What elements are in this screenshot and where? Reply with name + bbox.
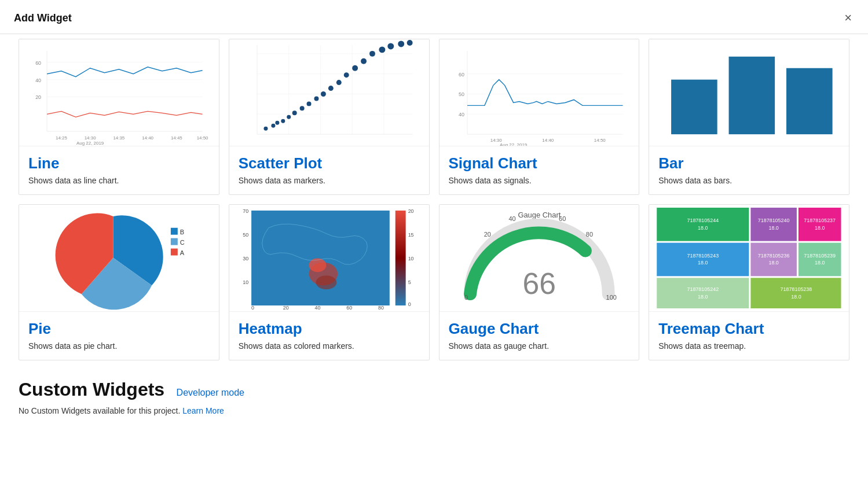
gauge-chart-preview: Gauge Chart 0 20 40 60 80 100 66 — [440, 205, 639, 311]
svg-text:14:35: 14:35 — [113, 135, 124, 141]
svg-text:70: 70 — [243, 208, 248, 214]
svg-text:80: 80 — [585, 231, 592, 238]
developer-mode-link[interactable]: Developer mode — [177, 388, 244, 397]
svg-rect-0 — [24, 39, 214, 146]
svg-text:14:40: 14:40 — [142, 135, 153, 141]
svg-text:20: 20 — [484, 231, 490, 238]
svg-rect-120 — [657, 278, 749, 309]
svg-text:66: 66 — [522, 267, 556, 300]
svg-text:20: 20 — [35, 94, 41, 100]
svg-rect-66 — [171, 228, 178, 235]
svg-text:71878105238: 71878105238 — [781, 286, 812, 292]
svg-text:50: 50 — [459, 91, 464, 97]
svg-point-35 — [306, 101, 311, 106]
widget-grid: 60 40 20 14:25 14:30 14:35 14:40 14:45 1… — [0, 34, 868, 365]
svg-text:40: 40 — [459, 112, 464, 117]
widget-card-pie[interactable]: B C A Pie Shows data as pie chart. — [19, 204, 219, 360]
widget-preview-gauge: Gauge Chart 0 20 40 60 80 100 66 — [440, 205, 639, 312]
widget-desc-pie: Shows data as pie chart. — [28, 341, 210, 351]
svg-text:10: 10 — [408, 256, 413, 262]
widget-name-line: Line — [28, 154, 210, 172]
svg-rect-63 — [729, 57, 775, 134]
widget-name-gauge: Gauge Chart — [449, 320, 630, 338]
widget-info-scatter: Scatter Plot Shows data as markers. — [229, 146, 429, 194]
svg-text:18.0: 18.0 — [815, 260, 825, 266]
svg-text:40: 40 — [508, 215, 515, 222]
svg-rect-68 — [171, 238, 178, 245]
svg-text:71878105240: 71878105240 — [758, 218, 790, 223]
svg-point-45 — [387, 43, 394, 49]
widget-info-gauge: Gauge Chart Shows data as gauge chart. — [440, 312, 639, 360]
svg-text:B: B — [180, 229, 184, 235]
widget-info-treemap: Treemap Chart Shows data as treemap. — [649, 312, 849, 360]
svg-point-32 — [287, 115, 291, 119]
svg-text:18.0: 18.0 — [698, 225, 708, 231]
widget-card-line[interactable]: 60 40 20 14:25 14:30 14:35 14:40 14:45 1… — [19, 39, 219, 195]
widget-preview-pie: B C A — [19, 205, 219, 312]
svg-point-44 — [379, 46, 385, 53]
widget-desc-scatter: Shows data as markers. — [239, 176, 420, 185]
scatter-chart-preview — [229, 39, 429, 146]
widget-card-bar[interactable]: Bar Shows data as bars. — [649, 39, 849, 195]
widget-desc-bar: Shows data as bars. — [658, 176, 840, 185]
svg-point-46 — [398, 40, 404, 47]
svg-text:18.0: 18.0 — [791, 294, 801, 300]
svg-text:20: 20 — [408, 208, 413, 214]
svg-text:15: 15 — [408, 232, 413, 238]
widget-info-line: Line Shows data as line chart. — [19, 146, 219, 194]
svg-rect-70 — [171, 249, 178, 256]
svg-text:18.0: 18.0 — [769, 225, 779, 231]
widget-preview-bar — [649, 39, 849, 146]
svg-text:30: 30 — [243, 256, 248, 262]
svg-point-40 — [343, 72, 349, 78]
svg-text:40: 40 — [314, 305, 320, 311]
svg-text:100: 100 — [606, 294, 616, 301]
svg-text:14:25: 14:25 — [56, 135, 67, 141]
svg-text:71878105243: 71878105243 — [687, 253, 719, 259]
close-button[interactable]: × — [842, 9, 854, 27]
svg-text:14:30: 14:30 — [85, 135, 96, 141]
treemap-preview: 71878105244 18.0 71878105240 18.0 718781… — [649, 205, 849, 311]
widget-preview-heatmap: 20 15 10 5 0 0 20 40 60 80 70 50 30 10 — [229, 205, 429, 312]
widget-desc-line: Shows data as line chart. — [28, 176, 210, 185]
svg-text:14:40: 14:40 — [542, 138, 554, 143]
widget-desc-heatmap: Shows data as colored markers. — [239, 341, 420, 351]
widget-info-heatmap: Heatmap Shows data as colored markers. — [229, 312, 429, 360]
svg-point-47 — [406, 40, 412, 46]
signal-chart-preview: 60 50 40 14:30 14:40 14:50 Aug 22, 2019 — [440, 39, 639, 146]
svg-text:60: 60 — [35, 60, 41, 66]
svg-point-30 — [275, 121, 279, 125]
widget-name-treemap: Treemap Chart — [658, 320, 840, 338]
widget-card-gauge[interactable]: Gauge Chart 0 20 40 60 80 100 66 Gauge C… — [439, 204, 640, 360]
svg-text:60: 60 — [459, 72, 464, 78]
svg-text:60: 60 — [559, 215, 566, 222]
svg-text:Aug 22, 2019: Aug 22, 2019 — [76, 141, 104, 146]
widget-card-scatter[interactable]: Scatter Plot Shows data as markers. — [229, 39, 430, 195]
custom-widgets-title: Custom Widgets — [19, 379, 164, 400]
svg-point-38 — [328, 86, 334, 91]
widget-preview-treemap: 71878105244 18.0 71878105240 18.0 718781… — [649, 205, 849, 312]
svg-text:40: 40 — [35, 78, 41, 83]
svg-rect-64 — [786, 68, 833, 134]
svg-point-42 — [361, 58, 367, 64]
svg-text:14:50: 14:50 — [197, 135, 208, 141]
pie-chart-preview: B C A — [19, 205, 219, 311]
svg-text:18.0: 18.0 — [815, 225, 825, 231]
svg-point-37 — [321, 91, 326, 97]
widget-card-treemap[interactable]: 71878105244 18.0 71878105240 18.0 718781… — [649, 204, 849, 360]
svg-text:18.0: 18.0 — [698, 294, 708, 300]
widget-name-signal: Signal Chart — [449, 154, 630, 172]
svg-text:71878105244: 71878105244 — [687, 218, 719, 223]
widget-card-heatmap[interactable]: 20 15 10 5 0 0 20 40 60 80 70 50 30 10 — [229, 204, 430, 360]
learn-more-link[interactable]: Learn More — [182, 406, 224, 415]
widget-card-signal[interactable]: 60 50 40 14:30 14:40 14:50 Aug 22, 2019 … — [439, 39, 640, 195]
svg-text:C: C — [180, 239, 185, 246]
svg-text:0: 0 — [251, 305, 254, 311]
widget-desc-signal: Shows data as signals. — [449, 176, 630, 185]
svg-text:Gauge Chart: Gauge Chart — [518, 211, 561, 219]
svg-rect-48 — [444, 39, 634, 146]
widget-info-pie: Pie Shows data as pie chart. — [19, 312, 219, 360]
widget-info-signal: Signal Chart Shows data as signals. — [440, 146, 639, 194]
svg-text:0: 0 — [464, 294, 468, 301]
svg-rect-17 — [234, 39, 424, 146]
